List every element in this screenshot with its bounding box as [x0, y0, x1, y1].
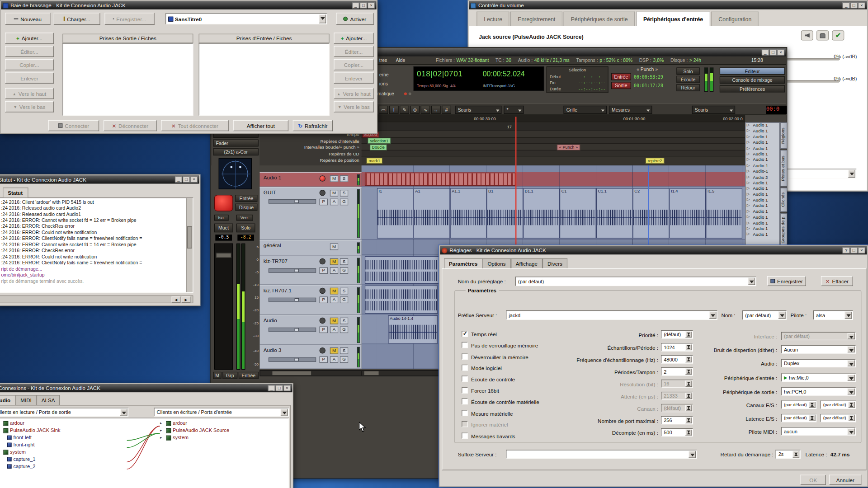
- range-marker-ruler[interactable]: [362, 138, 745, 144]
- track-name[interactable]: Audio: [264, 317, 277, 323]
- audio-region[interactable]: I1.5: [706, 188, 742, 238]
- punch-out-button[interactable]: Sortie: [611, 82, 631, 89]
- maximize-icon[interactable]: □: [850, 247, 858, 253]
- cancel-button[interactable]: Annuler: [829, 475, 861, 485]
- track-header-general[interactable]: général M: [259, 240, 361, 255]
- region-list-item[interactable]: Audio 1: [745, 186, 779, 192]
- retour-button[interactable]: Retour: [676, 84, 699, 91]
- ruler-row-label[interactable]: Intervalles boucle/« punch »: [304, 145, 359, 150]
- in-latency-spin[interactable]: (par défaut): [781, 414, 816, 422]
- record-arm-button[interactable]: [320, 318, 326, 324]
- remove-output-button[interactable]: Enlever: [5, 72, 54, 83]
- input-sockets-list[interactable]: [199, 43, 330, 116]
- solo-button[interactable]: S: [340, 318, 348, 324]
- gain-fader[interactable]: [214, 244, 233, 370]
- automation-button[interactable]: A: [330, 296, 338, 303]
- scroll-thumb[interactable]: [364, 371, 379, 375]
- realtime-checkbox[interactable]: [462, 331, 467, 337]
- punch-led[interactable]: [409, 92, 411, 95]
- expander-icon[interactable]: ▸: [0, 421, 2, 426]
- ruler-row-label[interactable]: Repères d'intervalle: [320, 139, 359, 144]
- remove-input-button[interactable]: Enlever: [334, 72, 373, 83]
- ignore-hw-checkbox[interactable]: [462, 421, 467, 427]
- expander-icon[interactable]: ▸: [160, 421, 165, 426]
- disconnect-button[interactable]: ✕Déconnecter: [104, 120, 157, 131]
- new-button[interactable]: Nouveau: [5, 13, 50, 25]
- record-arm-button[interactable]: [320, 258, 326, 264]
- region-list-item[interactable]: Audio 1: [745, 151, 779, 157]
- group-button[interactable]: G: [340, 267, 348, 274]
- close-icon[interactable]: ×: [190, 177, 198, 183]
- automation-button[interactable]: A: [330, 267, 338, 274]
- primary-clock[interactable]: 018|02|0701: [417, 69, 462, 78]
- spin-arrows-icon[interactable]: [809, 402, 816, 408]
- tree-port[interactable]: front-right: [7, 442, 35, 447]
- messages-log[interactable]: :24 2016: Client 'ardour' with PID 5415 …: [0, 197, 193, 293]
- tree-port[interactable]: front-left: [7, 435, 32, 440]
- refresh-button[interactable]: ↻Rafraîchir: [293, 120, 333, 131]
- spin-arrows-icon[interactable]: [809, 415, 816, 421]
- mute-button[interactable]: [801, 30, 813, 40]
- fader-handle[interactable]: [216, 253, 231, 258]
- preset-combo[interactable]: SansTitre0: [165, 13, 327, 24]
- tab-options[interactable]: Options: [482, 258, 510, 268]
- maximize-icon[interactable]: □: [276, 385, 283, 391]
- region-list-item[interactable]: Audio 1: [745, 123, 779, 129]
- activate-button[interactable]: Activer: [336, 13, 373, 25]
- tab-midi[interactable]: MIDI: [15, 395, 37, 405]
- statut-titlebar[interactable]: Statut - Kit de Connexion Audio JACK _□×: [0, 175, 199, 183]
- audio-region[interactable]: C1: [560, 188, 596, 238]
- driver-combo[interactable]: alsa: [813, 310, 853, 320]
- hw-meter-checkbox[interactable]: [462, 410, 467, 416]
- reglages-titlebar[interactable]: Réglages - Kit de Connexion Audio JACK ?…: [440, 246, 867, 254]
- writable-clients-header[interactable]: Clients en écriture / Ports d'entrée: [154, 408, 289, 417]
- track-name[interactable]: général: [264, 242, 281, 248]
- track-header-guit[interactable]: GUIT M S P A G: [259, 187, 361, 240]
- punch-in-button[interactable]: Entrée: [611, 73, 631, 80]
- solo-button[interactable]: S: [340, 347, 348, 354]
- side-tab-cliches[interactable]: Clichés: [780, 188, 787, 212]
- audio-region[interactable]: I1: [377, 188, 414, 238]
- maximize-icon[interactable]: □: [183, 177, 190, 183]
- transport-option-fragment[interactable]: ions: [379, 81, 388, 86]
- scroll-thumb[interactable]: [187, 226, 192, 249]
- position-marker[interactable]: repère2: [646, 158, 664, 164]
- tab-configuration[interactable]: Configuration: [711, 12, 759, 26]
- preferences-button[interactable]: Préférences: [720, 85, 785, 93]
- sync-source-fragment[interactable]: erne: [379, 72, 389, 77]
- region-list-item[interactable]: Audio 1: [745, 140, 779, 146]
- edit-input-button[interactable]: Éditer...: [334, 46, 373, 57]
- close-icon[interactable]: ×: [858, 2, 865, 8]
- gain-display[interactable]: -0,5: [215, 235, 232, 240]
- hw-monitor-checkbox[interactable]: [462, 399, 467, 404]
- tree-client[interactable]: ▾system: [0, 449, 26, 455]
- panner-dot[interactable]: [230, 166, 232, 168]
- connexions-titlebar[interactable]: Connexions - Kit de Connexion Audio JACK…: [0, 384, 292, 392]
- position-marker-ruler[interactable]: [362, 157, 745, 166]
- mute-button[interactable]: M: [330, 288, 338, 295]
- mute-button[interactable]: M: [330, 318, 338, 324]
- tab-lecture[interactable]: Lecture: [476, 12, 509, 26]
- add-input-button[interactable]: +Ajouter...: [334, 33, 373, 43]
- interface-combo[interactable]: (par défaut): [781, 332, 856, 340]
- audio-region[interactable]: A1.1: [450, 188, 487, 238]
- menu-aide[interactable]: Aide: [396, 57, 406, 63]
- position-marker[interactable]: mark1: [367, 158, 382, 164]
- minimize-icon[interactable]: _: [175, 177, 182, 183]
- verbose-checkbox[interactable]: [462, 433, 467, 439]
- tool-timefx-icon[interactable]: ∿: [421, 106, 430, 114]
- minimize-icon[interactable]: _: [352, 2, 359, 8]
- side-tab-regions[interactable]: Régions: [780, 122, 787, 149]
- move-down-output-button[interactable]: ▼Vers le bas: [5, 101, 54, 112]
- ruler-row-label[interactable]: Repères de CD: [329, 152, 359, 157]
- group-button[interactable]: G: [340, 199, 348, 206]
- delete-preset-button[interactable]: ✕Effacer: [821, 276, 853, 286]
- spin-arrows-icon[interactable]: [685, 369, 692, 375]
- tree-port[interactable]: capture_2: [7, 464, 35, 469]
- region-list-item[interactable]: Audio 1: [745, 192, 779, 198]
- tempo-ruler[interactable]: [362, 131, 745, 138]
- output-device-combo[interactable]: hw:PCH,0: [781, 387, 856, 395]
- timecode-ruler[interactable]: 00:00:30:00 00:01:30:00 00:02:00:0: [362, 115, 745, 122]
- tab-statut[interactable]: Statut: [3, 188, 28, 197]
- output-sockets-list[interactable]: [62, 43, 193, 116]
